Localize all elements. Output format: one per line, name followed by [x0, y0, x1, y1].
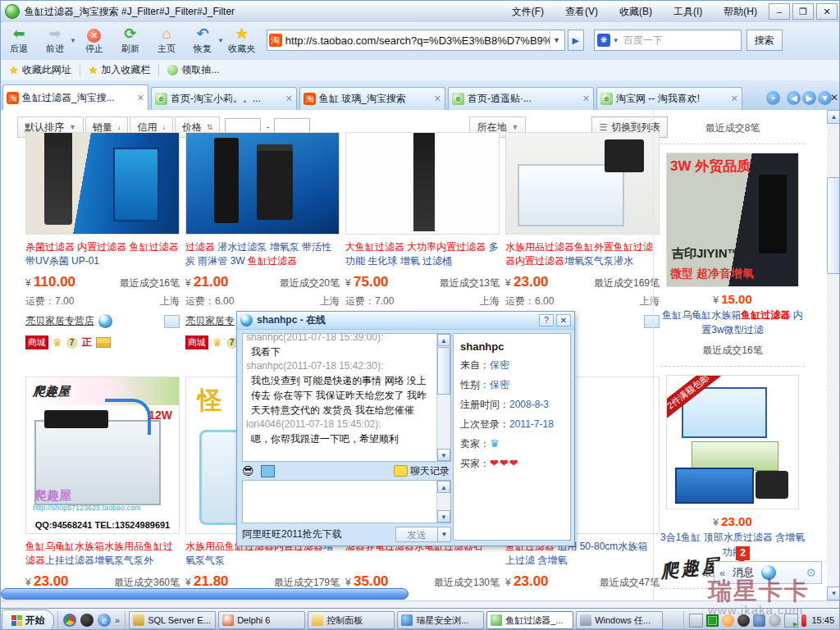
shop-link[interactable]: 亮贝家居专	[185, 314, 235, 328]
ie-quicklaunch-icon[interactable]: e	[98, 614, 111, 627]
taskbar-button[interactable]: Windows 任...	[576, 611, 663, 629]
qq-tray-icon[interactable]	[737, 614, 750, 627]
sidebar-product-title[interactable]: 3合1鱼缸 顶部水质过滤器 含增氧功能	[654, 530, 811, 559]
product-image[interactable]	[505, 132, 660, 235]
taskbar-button[interactable]: 控制面板	[308, 611, 395, 629]
wangwang-icon[interactable]	[761, 565, 776, 580]
bookmark-item[interactable]: ★加入收藏栏	[80, 60, 159, 80]
scroll-thumb[interactable]	[827, 177, 840, 274]
screenshot-icon[interactable]	[261, 465, 275, 477]
product-title-link[interactable]: 过滤器 潜水过滤泵 增氧泵 带活性炭 雨淋管 3W 鱼缸过滤器	[185, 240, 340, 268]
browser-tab[interactable]: 淘 鱼缸过滤器_淘宝搜... ✕	[2, 84, 148, 110]
antivirus-tray-icon[interactable]	[769, 614, 781, 627]
menu-item[interactable]: 收藏(B)	[619, 5, 652, 19]
chat-close-button[interactable]: ✕	[556, 314, 571, 326]
wangwang-download-link[interactable]: 阿里旺旺2011抢先下载	[242, 527, 342, 541]
tab-scroll-right-button[interactable]: ▶	[802, 91, 816, 105]
sidebar-product-image[interactable]: 3W 外贸品质 吉印JIYIN™ 微型 超净音增氧	[666, 153, 799, 287]
product-image[interactable]: 爬趣屋 12W 爬趣屋 http://shop57123625.taobao.c…	[25, 377, 180, 534]
go-button[interactable]: ▶	[568, 30, 584, 51]
security-tray-icon[interactable]	[722, 614, 734, 627]
taskbar-button[interactable]: 鱼缸过滤器_...	[486, 611, 573, 629]
nav-restore-button[interactable]: ↶恢复	[185, 22, 221, 58]
menu-item[interactable]: 工具(I)	[673, 5, 702, 19]
tab-scroll-left-button[interactable]: ◀	[787, 91, 801, 105]
new-tab-button[interactable]: +	[766, 91, 780, 105]
horizontal-scrollbar-thumb[interactable]	[1, 588, 409, 600]
send-options-dropdown[interactable]: ▼	[438, 527, 451, 542]
wangwang-icon[interactable]	[98, 314, 112, 328]
nav-refresh-button[interactable]: ⟳刷新	[112, 22, 148, 58]
address-dropdown-icon[interactable]: ▼	[550, 31, 563, 49]
chat-log-link[interactable]: 聊天记录	[394, 464, 450, 478]
taskbar-button[interactable]: 瑞星安全浏...	[397, 611, 484, 629]
menu-item[interactable]: 文件(F)	[512, 5, 544, 19]
tab-close-icon[interactable]: ✕	[285, 94, 293, 104]
restore-button[interactable]: ❐	[792, 3, 814, 20]
search-button[interactable]: 搜索	[746, 30, 783, 51]
product-image[interactable]	[345, 132, 500, 235]
browser-tab[interactable]: e 首页-逍遥贴·... ✕	[448, 87, 594, 110]
address-url[interactable]: http://s.taobao.com/search?q=%D3%E3%B8%D…	[285, 34, 550, 47]
nav-back-button[interactable]: ⬅后退	[1, 22, 37, 58]
chat-scrollbar[interactable]: ▲ ▼	[436, 334, 450, 461]
chat-history[interactable]: shanhpc(2011-07-18 15:39:00): 我看下shanhpc…	[242, 333, 451, 462]
monitor-tray-icon[interactable]	[784, 614, 798, 628]
bookmark-item[interactable]: 领取抽...	[159, 60, 227, 80]
chat-scroll-thumb[interactable]	[437, 347, 450, 395]
chat-help-button[interactable]: ?	[539, 314, 554, 326]
bookmark-item[interactable]: ★收藏此网址	[1, 60, 80, 80]
chat-titlebar[interactable]: shanhpc - 在线 ? ✕	[237, 312, 574, 330]
taskbar-button[interactable]: SQL Server E...	[129, 611, 216, 629]
menu-item[interactable]: 查看(V)	[565, 5, 598, 19]
sidebar-product-image[interactable]: 2件满额包邮	[666, 375, 799, 509]
browser-tab[interactable]: e 首页-淘宝小莉。。... ✕	[151, 87, 297, 110]
close-button[interactable]: ✕	[816, 3, 838, 20]
start-button[interactable]: 开始	[2, 609, 54, 630]
product-title-link[interactable]: 鱼缸乌龟缸水族箱水族用品鱼缸过滤器上挂过滤器增氧泵气泵外	[25, 540, 180, 568]
input-scrollbar[interactable]: ▲ ▼	[436, 481, 450, 523]
menu-item[interactable]: 帮助(H)	[724, 5, 757, 19]
product-title-link[interactable]: 大鱼缸过滤器 大功率内置过滤器 多功能 生化球 增氧 过滤桶	[345, 240, 500, 268]
tray-icon[interactable]	[753, 614, 765, 627]
tab-close-icon[interactable]: ✕	[731, 94, 738, 104]
product-image[interactable]	[25, 132, 180, 235]
chat-scroll-down[interactable]: ▼	[437, 449, 450, 461]
tab-close-icon[interactable]: ✕	[434, 94, 441, 104]
tray-icon[interactable]	[801, 614, 806, 627]
sidebar-product-title[interactable]: 鱼缸乌龟缸水族箱鱼缸过滤器 内置3w微型过滤	[654, 308, 811, 337]
browser-tab[interactable]: e 淘宝网 -- 淘我喜欢! ✕	[596, 87, 742, 110]
send-button[interactable]: 发送	[395, 527, 438, 542]
browser-quicklaunch-icon[interactable]	[63, 614, 76, 627]
input-scroll-down[interactable]: ▼	[437, 510, 450, 523]
address-bar[interactable]: 淘 http://s.taobao.com/search?q=%D3%E3%B8…	[267, 30, 565, 51]
tab-close-icon[interactable]: ✕	[137, 93, 144, 103]
minimize-button[interactable]: –	[769, 3, 790, 20]
product-title-link[interactable]: 水族用品过滤器鱼缸外置鱼缸过滤器内置过滤器增氧泵气泵潜水	[505, 240, 660, 268]
network-tray-icon[interactable]	[706, 614, 719, 627]
product-image[interactable]	[185, 132, 340, 235]
taskbar-button[interactable]: Delphi 6	[218, 611, 305, 629]
scroll-down-button[interactable]: ▼	[827, 587, 840, 600]
tab-close-icon[interactable]: ✕	[582, 94, 590, 104]
vertical-scrollbar[interactable]: ▲ ▼	[827, 110, 840, 600]
input-method-icon[interactable]	[689, 614, 703, 628]
message-notification-popup[interactable]: « 消息 ⚙	[714, 561, 822, 584]
emoticon-icon[interactable]: 😎	[242, 464, 254, 477]
baidu-dropdown-icon[interactable]: ▼	[613, 37, 619, 44]
nav-stop-button[interactable]: ✕停止	[76, 22, 112, 58]
nav-home-button[interactable]: ⌂主页	[148, 22, 185, 58]
nav-favorites-button[interactable]: ★收藏夹	[224, 22, 260, 58]
qq-quicklaunch-icon[interactable]	[80, 614, 94, 627]
chat-scroll-up[interactable]: ▲	[437, 334, 450, 346]
taskbar-clock[interactable]: 15:45	[811, 615, 834, 625]
shop-link[interactable]: 亮贝家居专营店	[25, 314, 94, 328]
baidu-search-box[interactable]: ❋ ▼ 百度一下	[594, 30, 742, 51]
tabbar-close-icon[interactable]: ✕	[830, 92, 838, 103]
aliwangwang-chat-window[interactable]: shanhpc - 在线 ? ✕ shanhpc(2011-07-18 15:3…	[236, 311, 575, 546]
chat-input-area[interactable]: ▲ ▼	[242, 480, 451, 523]
scroll-up-button[interactable]: ▲	[827, 110, 840, 124]
browser-tab[interactable]: 淘 鱼缸 玻璃_淘宝搜索 ✕	[299, 87, 445, 110]
collapse-icon[interactable]: «	[719, 567, 725, 579]
product-title-link[interactable]: 杀菌过滤器 内置过滤器 鱼缸过滤器 带UV杀菌 UP-01	[25, 240, 180, 268]
